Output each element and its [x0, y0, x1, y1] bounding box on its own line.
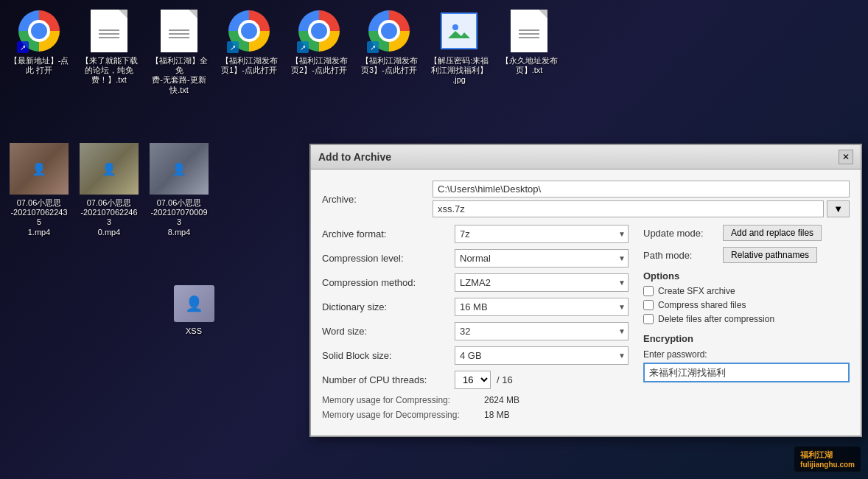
- desktop-icon-1[interactable]: ↗ 【最新地址】-点此 打开: [6, 6, 72, 98]
- dialog-close-button[interactable]: ✕: [839, 150, 853, 164]
- dictionary-size-wrapper: 16 MB 8 MB 32 MB ▼: [455, 298, 629, 316]
- watermark-line1: 福利江湖: [800, 450, 855, 461]
- options-section: Options Create SFX archive Compress shar…: [643, 270, 850, 324]
- archive-filename-row: ▼: [433, 200, 850, 217]
- archive-row: Archive: ▼: [322, 181, 850, 217]
- icon-label-5: 【福利江湖发布页2】-点此打开: [291, 56, 348, 75]
- sfx-checkbox[interactable]: [643, 286, 654, 296]
- desktop-icon-2[interactable]: 【来了就能下载的论坛，纯免费！】.txt: [76, 6, 142, 98]
- icon-label-8: 【永久地址发布页】.txt: [501, 56, 558, 75]
- dictionary-size-select[interactable]: 16 MB 8 MB 32 MB: [455, 298, 629, 316]
- cpu-threads-label: Number of CPU threads:: [322, 374, 455, 385]
- img-icon-7: [441, 13, 477, 49]
- word-size-select[interactable]: 32 16 64: [455, 322, 629, 340]
- icon-label-3: 【福利江湖】全免费-无套路-更新快.txt: [149, 56, 209, 95]
- desktop-icon-3[interactable]: 【福利江湖】全免费-无套路-更新快.txt: [146, 6, 212, 98]
- archive-field-label: Archive:: [322, 194, 433, 205]
- memory-section: Memory usage for Compressing: 2624 MB Me…: [322, 395, 629, 420]
- solid-block-row: Solid Block size: 4 GB 2 GB 1 GB ▼: [322, 346, 629, 365]
- form-layout: Archive format: 7z zip tar ▼ Compres: [322, 225, 850, 424]
- memory-decompress-label: Memory usage for Decompressing:: [322, 410, 484, 420]
- solid-block-select[interactable]: 4 GB 2 GB 1 GB: [455, 346, 629, 365]
- compression-method-wrapper: LZMA2 LZMA BZip2 ▼: [455, 273, 629, 292]
- photo-label-2: 07.06小思思-20210706224630.mp4: [79, 198, 139, 237]
- dialog-body: Archive: ▼ Archive format:: [311, 169, 861, 436]
- compression-level-row: Compression level: Normal Fast Ultra ▼: [322, 249, 629, 268]
- photo-icon-2[interactable]: 👤 07.06小思思-20210706224630.mp4: [76, 139, 142, 240]
- format-row: Archive format: 7z zip tar ▼: [322, 225, 629, 243]
- watermark-line2: fulijianghu.com: [800, 461, 855, 469]
- compress-shared-checkbox[interactable]: [643, 300, 654, 310]
- path-mode-button[interactable]: Relative pathnames: [723, 247, 817, 263]
- compression-level-select[interactable]: Normal Fast Ultra: [455, 249, 629, 268]
- archive-browse-button[interactable]: ▼: [827, 200, 850, 217]
- format-label: Archive format:: [322, 228, 455, 240]
- archive-filename-input[interactable]: [433, 200, 824, 217]
- archive-path-container: ▼: [433, 181, 850, 217]
- dictionary-size-label: Dictionary size:: [322, 301, 455, 312]
- compression-method-label: Compression method:: [322, 277, 455, 288]
- memory-decompress-value: 18 MB: [484, 410, 510, 420]
- delete-after-label: Delete files after compression: [658, 314, 774, 324]
- txt-icon-8: [511, 10, 547, 52]
- encryption-title: Encryption: [643, 333, 850, 344]
- encryption-section: Encryption Enter password:: [643, 333, 850, 382]
- photo-label-3: 07.06小思思-20210707000938.mp4: [149, 198, 209, 237]
- compress-shared-checkbox-row: Compress shared files: [643, 300, 850, 310]
- desktop-icon-7[interactable]: 【解压密码:来福利江湖找福利】.jpg: [426, 6, 492, 98]
- svg-point-1: [452, 24, 458, 30]
- password-input[interactable]: [643, 363, 850, 382]
- compression-level-wrapper: Normal Fast Ultra ▼: [455, 249, 629, 268]
- icon-label-2: 【来了就能下载的论坛，纯免费！】.txt: [81, 56, 138, 85]
- word-size-label: Word size:: [322, 326, 455, 337]
- sfx-label: Create SFX archive: [658, 286, 735, 296]
- photo-icon-1[interactable]: 👤 07.06小思思-20210706224351.mp4: [6, 139, 72, 240]
- icon-label-6: 【福利江湖发布页3】-点此打开: [361, 56, 418, 75]
- password-label: Enter password:: [643, 349, 707, 360]
- update-mode-label: Update mode:: [643, 228, 717, 239]
- compression-level-label: Compression level:: [322, 253, 455, 264]
- delete-after-checkbox[interactable]: [643, 314, 654, 324]
- desktop: ↗ 【最新地址】-点此 打开 【来了就能下载的论坛，纯免费！】.txt: [0, 0, 868, 479]
- dialog-title: Add to Archive: [318, 151, 391, 163]
- cpu-threads-row: Number of CPU threads: 16 8 4 2 1 / 16: [322, 371, 629, 389]
- compression-method-row: Compression method: LZMA2 LZMA BZip2 ▼: [322, 273, 629, 292]
- archive-path-input[interactable]: [433, 181, 850, 197]
- form-left: Archive format: 7z zip tar ▼ Compres: [322, 225, 629, 424]
- solid-block-label: Solid Block size:: [322, 350, 455, 361]
- photo-label-1: 07.06小思思-20210706224351.mp4: [9, 198, 69, 237]
- watermark: 福利江湖 fulijianghu.com: [794, 447, 861, 472]
- dictionary-size-row: Dictionary size: 16 MB 8 MB 32 MB ▼: [322, 298, 629, 316]
- word-size-row: Word size: 32 16 64 ▼: [322, 322, 629, 340]
- dialog-titlebar: Add to Archive ✕: [311, 145, 861, 169]
- update-mode-button[interactable]: Add and replace files: [723, 225, 822, 241]
- desktop-icon-6[interactable]: ↗ 【福利江湖发布页3】-点此打开: [356, 6, 422, 98]
- desktop-icon-8[interactable]: 【永久地址发布页】.txt: [496, 6, 562, 98]
- txt-icon-3: [161, 10, 197, 52]
- memory-compress-value: 2624 MB: [484, 395, 519, 405]
- cpu-threads-select[interactable]: 16 8 4 2 1: [455, 371, 491, 389]
- shortcut-arrow-1: ↗: [17, 41, 29, 53]
- shortcut-arrow-5: ↗: [297, 41, 309, 53]
- icon-label-1: 【最新地址】-点此 打开: [9, 56, 69, 75]
- desktop-icon-4[interactable]: ↗ 【福利江湖发布页1】-点此打开: [216, 6, 282, 98]
- memory-compress-row: Memory usage for Compressing: 2624 MB: [322, 395, 629, 405]
- compress-shared-label: Compress shared files: [658, 300, 746, 310]
- shortcut-arrow-4: ↗: [227, 41, 239, 53]
- txt-icon-2: [91, 10, 127, 52]
- form-right: Update mode: Add and replace files Path …: [643, 225, 850, 424]
- options-title: Options: [643, 270, 850, 282]
- icon-label-7: 【解压密码:来福利江湖找福利】.jpg: [430, 56, 489, 85]
- solid-block-wrapper: 4 GB 2 GB 1 GB ▼: [455, 346, 629, 365]
- xss-label: XSS: [186, 326, 202, 336]
- delete-after-checkbox-row: Delete files after compression: [643, 314, 850, 324]
- format-select-wrapper: 7z zip tar ▼: [455, 225, 629, 243]
- path-mode-label: Path mode:: [643, 250, 717, 261]
- format-select[interactable]: 7z zip tar: [455, 225, 629, 243]
- compression-method-select[interactable]: LZMA2 LZMA BZip2: [455, 273, 629, 292]
- photo-icon-3[interactable]: 👤 07.06小思思-20210707000938.mp4: [146, 139, 212, 240]
- xss-folder[interactable]: 👤 XSS: [161, 280, 227, 339]
- path-mode-row: Path mode: Relative pathnames: [643, 247, 850, 263]
- shortcut-arrow-6: ↗: [367, 41, 379, 53]
- desktop-icon-5[interactable]: ↗ 【福利江湖发布页2】-点此打开: [286, 6, 352, 98]
